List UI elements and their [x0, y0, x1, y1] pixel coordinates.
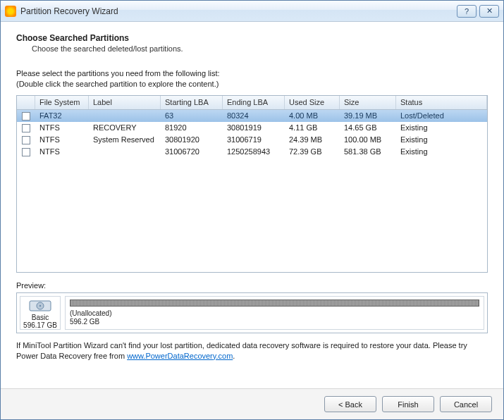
col-starting-lba[interactable]: Starting LBA [161, 96, 223, 109]
col-status[interactable]: Status [396, 96, 487, 109]
col-ending-lba[interactable]: Ending LBA [223, 96, 285, 109]
table-row[interactable]: NTFSRECOVERY81920308019194.11 GB14.65 GB… [17, 122, 487, 134]
col-used-size[interactable]: Used Size [285, 96, 340, 109]
cell-starting-lba: 81920 [161, 123, 223, 132]
page-subheading: Choose the searched deleted/lost partiti… [32, 44, 488, 53]
instruction-line-2: (Double click the searched partition to … [16, 80, 219, 88]
unallocated-label: (Unallocated) [70, 309, 479, 318]
cancel-button[interactable]: Cancel [440, 396, 492, 412]
preview-label: Preview: [16, 281, 488, 290]
row-checkbox-cell[interactable] [17, 111, 35, 121]
close-button[interactable]: ✕ [479, 5, 499, 18]
checkbox-icon[interactable] [22, 124, 30, 132]
cell-starting-lba: 63 [161, 111, 223, 120]
row-checkbox-cell[interactable] [17, 123, 35, 132]
recovery-link[interactable]: www.PowerDataRecovery.com [127, 352, 233, 360]
col-size[interactable]: Size [340, 96, 396, 109]
col-filesystem[interactable]: File System [35, 96, 89, 109]
disk-summary[interactable]: Basic 596.17 GB [20, 296, 61, 330]
finish-button[interactable]: Finish [382, 396, 434, 412]
recovery-note: If MiniTool Partition Wizard can't find … [16, 340, 488, 362]
help-button[interactable]: ? [457, 5, 477, 18]
note-text-before: If MiniTool Partition Wizard can't find … [16, 341, 467, 360]
app-icon [5, 6, 16, 17]
cell-used-size: 4.00 MB [285, 111, 340, 120]
cell-ending-lba: 31006719 [223, 135, 285, 144]
note-text-after: . [233, 352, 235, 360]
partition-table: File System Label Starting LBA Ending LB… [16, 95, 488, 273]
table-row[interactable]: NTFS31006720125025894372.39 GB581.38 GBE… [17, 146, 487, 158]
cell-ending-lba: 80324 [223, 111, 285, 120]
cell-ending-lba: 30801919 [223, 123, 285, 132]
instruction-line-1: Please select the partitions you need fr… [16, 69, 220, 78]
back-button[interactable]: < Back [324, 396, 376, 412]
cell-used-size: 72.39 GB [285, 147, 340, 156]
cell-used-size: 24.39 MB [285, 135, 340, 144]
window-title: Partition Recovery Wizard [20, 6, 454, 16]
cell-size: 581.38 GB [340, 147, 396, 156]
titlebar: Partition Recovery Wizard ? ✕ [1, 1, 503, 22]
instruction-text: Please select the partitions you need fr… [16, 68, 488, 89]
cell-label: System Reserved [89, 135, 161, 144]
cell-size: 14.65 GB [340, 123, 396, 132]
disk-type: Basic [32, 314, 49, 321]
cell-filesystem: NTFS [35, 135, 89, 144]
cell-status: Lost/Deleted [396, 111, 487, 120]
table-header: File System Label Starting LBA Ending LB… [17, 96, 487, 110]
cell-status: Existing [396, 135, 487, 144]
preview-partitions: (Unallocated) 596.2 GB [65, 296, 484, 330]
cell-filesystem: NTFS [35, 123, 89, 132]
col-checkbox[interactable] [17, 96, 35, 109]
preview-box: Basic 596.17 GB (Unallocated) 596.2 GB [16, 292, 488, 333]
table-row[interactable]: FAT3263803244.00 MB39.19 MBLost/Deleted [17, 110, 487, 122]
wizard-window: Partition Recovery Wizard ? ✕ Choose Sea… [0, 0, 504, 420]
cell-size: 100.00 MB [340, 135, 396, 144]
content-area: Choose Searched Partitions Choose the se… [1, 22, 503, 388]
page-heading: Choose Searched Partitions [16, 33, 488, 43]
table-body: FAT3263803244.00 MB39.19 MBLost/DeletedN… [17, 110, 487, 158]
disk-icon [28, 297, 52, 314]
row-checkbox-cell[interactable] [17, 147, 35, 156]
disk-size: 596.17 GB [23, 321, 57, 329]
cell-starting-lba: 30801920 [161, 135, 223, 144]
checkbox-icon[interactable] [22, 148, 30, 156]
col-label[interactable]: Label [89, 96, 161, 109]
unallocated-bar[interactable] [70, 299, 479, 307]
cell-status: Existing [396, 147, 487, 156]
checkbox-icon[interactable] [22, 112, 30, 121]
row-checkbox-cell[interactable] [17, 135, 35, 144]
footer: < Back Finish Cancel [1, 388, 503, 419]
checkbox-icon[interactable] [22, 136, 30, 144]
unallocated-size: 596.2 GB [70, 318, 479, 326]
cell-filesystem: FAT32 [35, 111, 89, 120]
cell-label: RECOVERY [89, 123, 161, 132]
cell-starting-lba: 31006720 [161, 147, 223, 156]
cell-ending-lba: 1250258943 [223, 147, 285, 156]
svg-point-2 [39, 304, 41, 306]
cell-status: Existing [396, 123, 487, 132]
table-row[interactable]: NTFSSystem Reserved308019203100671924.39… [17, 134, 487, 146]
cell-size: 39.19 MB [340, 111, 396, 120]
cell-filesystem: NTFS [35, 147, 89, 156]
cell-used-size: 4.11 GB [285, 123, 340, 132]
